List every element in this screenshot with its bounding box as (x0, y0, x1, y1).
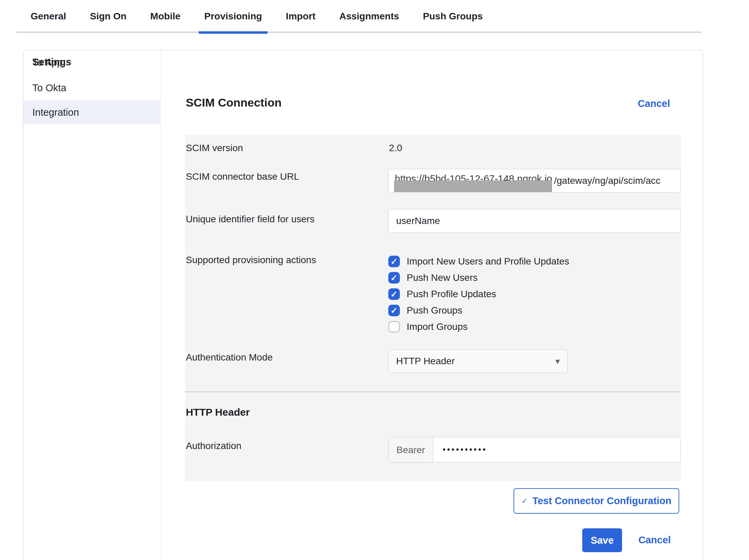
authorization-label: Authorization (186, 441, 241, 451)
page-title: SCIM Connection (186, 96, 281, 109)
test-connector-button[interactable]: ✓ Test Connector Configuration (514, 488, 679, 514)
app-tab[interactable]: General (25, 0, 71, 33)
provisioning-card: Settings To App To Okta Integration SCIM… (23, 50, 703, 560)
check-icon: ✓ (391, 306, 398, 316)
tab-label: Assignments (339, 11, 399, 21)
scim-version-value: 2.0 (389, 143, 402, 154)
auth-mode-value: HTTP Header (396, 356, 455, 367)
scim-version-label: SCIM version (186, 143, 243, 154)
check-icon: ✓ (391, 257, 398, 267)
option-label: Push New Users (407, 272, 478, 283)
base-url-input[interactable]: https://b5bd-105-12-67-148.ngrok.io /gat… (388, 169, 681, 193)
checkbox[interactable]: ✓ (388, 256, 400, 267)
option-label: Push Profile Updates (407, 289, 496, 300)
save-button[interactable]: Save (582, 528, 622, 552)
provisioning-action-option[interactable]: ✓ Push Profile Updates (388, 288, 569, 300)
unique-id-label: Unique identifier field for users (186, 214, 314, 225)
sidebar-item-label: Integration (32, 107, 79, 118)
scim-settings-panel: SCIM version 2.0 SCIM connector base URL… (185, 135, 681, 481)
base-url-visible-text: /gateway/ng/api/scim/acc (554, 175, 661, 186)
app-tab[interactable]: Sign On (84, 0, 132, 33)
check-icon: ✓ (521, 497, 527, 506)
checkbox[interactable]: ✓ (388, 272, 400, 284)
app-tab[interactable]: Provisioning (199, 0, 267, 33)
check-icon: ✓ (391, 273, 398, 283)
section-divider (185, 391, 681, 392)
redaction-bar (394, 180, 552, 192)
auth-mode-label: Authentication Mode (186, 352, 273, 363)
check-icon: ✓ (391, 289, 398, 299)
authorization-token-input[interactable]: •••••••••• (433, 437, 680, 462)
tab-label: General (31, 11, 66, 21)
app-tab-bar: General Sign On Mobile Provisioning Impo… (16, 0, 702, 33)
option-label: Import Groups (407, 321, 468, 332)
checkbox[interactable]: ✓ (388, 305, 400, 316)
provisioning-actions-options: ✓ Import New Users and Profile Updates ✓… (388, 256, 569, 337)
provisioning-action-option[interactable]: ✓ Push New Users (388, 272, 569, 284)
sidebar-item[interactable]: To App (23, 50, 160, 74)
http-header-heading: HTTP Header (186, 406, 250, 418)
tab-label: Import (286, 11, 315, 21)
option-label: Import New Users and Profile Updates (407, 256, 569, 267)
checkbox[interactable] (388, 321, 400, 333)
tab-label: Push Groups (423, 11, 483, 21)
sidebar-item-label: To App (32, 57, 63, 68)
chevron-down-icon: ▾ (555, 356, 560, 367)
test-connector-label: Test Connector Configuration (532, 495, 671, 507)
app-tab[interactable]: Import (280, 0, 321, 33)
unique-id-input[interactable] (388, 209, 681, 233)
checkbox[interactable]: ✓ (388, 288, 400, 300)
settings-sidebar: Settings To App To Okta Integration (23, 50, 160, 560)
base-url-label: SCIM connector base URL (186, 171, 299, 182)
sidebar-item[interactable]: Integration (23, 100, 160, 124)
tab-label: Mobile (150, 11, 181, 21)
sidebar-item-label: To Okta (32, 82, 66, 94)
app-tab[interactable]: Mobile (145, 0, 186, 33)
tab-label: Sign On (90, 11, 126, 21)
auth-mode-select[interactable]: HTTP Header ▾ (388, 349, 568, 373)
bearer-prefix: Bearer (389, 437, 433, 462)
option-label: Push Groups (407, 305, 462, 316)
provisioning-action-option[interactable]: ✓ Push Groups (388, 305, 569, 316)
cancel-link-bottom[interactable]: Cancel (638, 534, 671, 546)
app-tab[interactable]: Assignments (334, 0, 405, 33)
sidebar-item[interactable]: To Okta (23, 76, 160, 100)
cancel-link-top[interactable]: Cancel (638, 98, 670, 109)
provisioning-action-option[interactable]: ✓ Import New Users and Profile Updates (388, 256, 569, 267)
authorization-input-group: Bearer •••••••••• (388, 437, 681, 463)
provisioning-actions-label: Supported provisioning actions (186, 255, 316, 266)
tab-label: Provisioning (204, 11, 262, 21)
app-tab[interactable]: Push Groups (418, 0, 488, 33)
provisioning-action-option[interactable]: Import Groups (388, 321, 569, 333)
